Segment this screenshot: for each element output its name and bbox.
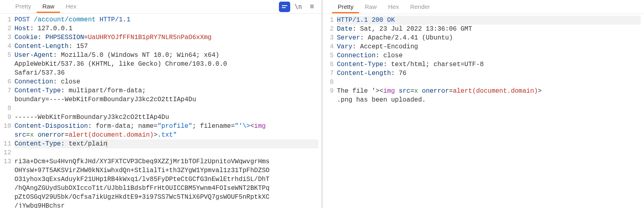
tab-raw[interactable]: Raw [37, 0, 60, 13]
response-tabbar: Pretty Raw Hex Render [322, 0, 644, 14]
code-line[interactable]: Vary: Accept-Encoding [337, 42, 641, 51]
hamburger-menu-icon[interactable]: ≡ [306, 2, 318, 12]
code-line[interactable]: /jYwbg9HBchsr [14, 202, 318, 208]
code-line[interactable]: src=x onerror=alert(document.domain)>.tx… [14, 131, 318, 139]
inspector-icon[interactable] [279, 2, 290, 12]
code-line[interactable]: Cookie: PHPSESSION=UaUHRYOJfFFN1B1pRY7NL… [14, 33, 318, 42]
tab-render[interactable]: Render [405, 1, 436, 13]
request-source[interactable]: POST /account/comment HTTP/1.1Host: 127.… [14, 14, 322, 208]
code-line[interactable]: Date: Sat, 23 Jul 2022 13:36:06 GMT [337, 25, 641, 33]
code-line[interactable]: .png has been uploaded. [337, 96, 641, 104]
code-line[interactable]: Content-Type: multipart/form-data; [14, 86, 318, 95]
tab-hex[interactable]: Hex [60, 0, 82, 13]
code-line[interactable]: Safari/537.36 [14, 69, 318, 77]
code-line[interactable]: Connection: close [337, 51, 641, 60]
request-gutter: 12345678910111213 [0, 14, 14, 208]
code-line[interactable]: HTTP/1.1 200 OK [337, 16, 641, 25]
request-tabbar: Pretty Raw Hex \n ≡ [0, 0, 322, 14]
response-viewer[interactable]: 123456789 HTTP/1.1 200 OKDate: Sat, 23 J… [322, 14, 644, 208]
svg-rect-0 [282, 5, 287, 6]
code-line[interactable]: ri3a+Dcm+Su4HvnQfkJHd/XY3FXTCVP3Cbeq9XZZ… [14, 157, 318, 166]
svg-rect-1 [282, 7, 286, 8]
code-line[interactable]: Content-Type: text/html; charset=UTF-8 [337, 60, 641, 69]
code-line[interactable]: Server: Apache/2.4.41 (Ubuntu) [337, 33, 641, 42]
response-pane: Pretty Raw Hex Render 123456789 HTTP/1.1… [322, 0, 644, 208]
code-line[interactable]: Connection: close [14, 77, 318, 86]
code-line[interactable]: Content-Length: 157 [14, 42, 318, 51]
code-line[interactable]: Content-Length: 76 [337, 69, 641, 78]
code-line[interactable]: POST /account/comment HTTP/1.1 [14, 15, 318, 24]
code-line[interactable]: Content-Type: text/plain [14, 139, 318, 148]
split-view: Pretty Raw Hex \n ≡ 12345678910111213 PO… [0, 0, 644, 208]
code-line[interactable]: The file '><img src=x onerror=alert(docu… [337, 87, 641, 96]
code-line[interactable] [14, 104, 318, 113]
code-line[interactable]: boundary=----WebKitFormBoundaryJ3kc2cO2t… [14, 95, 318, 104]
newline-toggle-icon[interactable]: \n [293, 2, 304, 12]
tab-hex[interactable]: Hex [382, 1, 405, 13]
request-pane: Pretty Raw Hex \n ≡ 12345678910111213 PO… [0, 0, 322, 208]
request-editor[interactable]: 12345678910111213 POST /account/comment … [0, 14, 322, 208]
code-line[interactable]: O31yhox3qExsAduykF21UHp1RB4kWxq1/lv85FyD… [14, 175, 318, 184]
tab-pretty[interactable]: Pretty [332, 1, 359, 13]
code-line[interactable]: AppleWebKit/537.36 (KHTML, like Gecko) C… [14, 60, 318, 69]
code-line[interactable]: ------WebKitFormBoundaryJ3kc2cO2ttIAp4Du [14, 113, 318, 122]
code-line[interactable]: Content-Disposition: form-data; name="pr… [14, 122, 318, 131]
code-line[interactable]: User-Agent: Mozilla/5.0 (Windows NT 10.0… [14, 51, 318, 60]
tab-pretty[interactable]: Pretty [10, 0, 37, 13]
code-line[interactable]: pZtOSGqV29U5bk/Ocfsa7ikUgzHkdtE9+3i97SS7… [14, 193, 318, 202]
code-line[interactable]: Host: 127.0.0.1 [14, 24, 318, 33]
code-line[interactable]: OHYsW+97T5AKSVirZHW0kNXiwhxdQn+StlialTi+… [14, 166, 318, 175]
response-source: HTTP/1.1 200 OKDate: Sat, 23 Jul 2022 13… [336, 14, 644, 208]
code-line[interactable] [14, 148, 318, 157]
code-line[interactable]: /hQAngZGUydSubDXIccoT1t/UJbbl1BdsbfFrHtO… [14, 184, 318, 193]
code-line[interactable] [337, 78, 641, 87]
response-gutter: 123456789 [322, 14, 336, 208]
tab-raw[interactable]: Raw [359, 1, 382, 13]
